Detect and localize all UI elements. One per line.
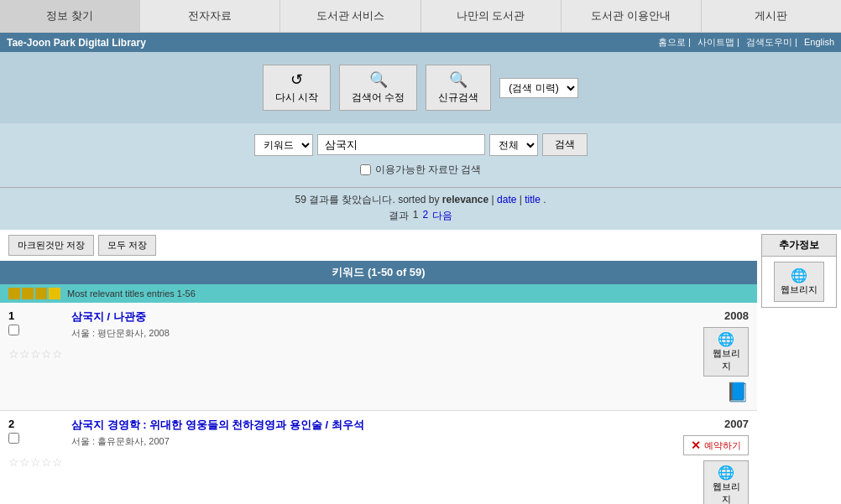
sidebar-box: 추가정보 🌐 웹브리지 xyxy=(761,234,837,308)
save-marked-button[interactable]: 마크된것만 저장 xyxy=(8,235,94,256)
available-only-checkbox[interactable] xyxy=(360,164,371,175)
nav-item-board[interactable]: 게시판 xyxy=(702,0,841,32)
header-bar: Tae-Joon Park Digital Library 홈으로 | 사이트맵… xyxy=(0,33,841,52)
result-item-2: 2 ☆☆☆☆☆ 삼국지 경영학 : 위대한 영웅들의 천하경영과 용인술 / 최… xyxy=(0,411,757,504)
sidebar-web-bridge-button[interactable]: 🌐 웹브리지 xyxy=(774,262,824,302)
book-icon-1[interactable]: 📘 xyxy=(726,382,749,403)
result-stars-2[interactable]: ☆☆☆☆☆ xyxy=(8,455,63,469)
result-item-1: 1 ☆☆☆☆☆ 삼국지 / 나관중 서울 : 평단문화사, 2008 2008 … xyxy=(0,303,757,411)
result-info-2: 서울 : 흘유문화사, 2007 xyxy=(71,435,648,448)
page-result-label: 결과 xyxy=(389,209,409,223)
web-bridge-label-2: 웹브리지 xyxy=(711,481,741,504)
new-search-icon: 🔍 xyxy=(449,70,468,89)
web-bridge-label-1: 웹브리지 xyxy=(711,347,741,372)
new-search-label: 신규검색 xyxy=(438,91,478,105)
result-year-1: 2008 xyxy=(724,309,749,322)
refine-button[interactable]: 🔍 검색어 수정 xyxy=(339,65,417,111)
refine-label: 검색어 수정 xyxy=(352,91,405,105)
rel-block-3 xyxy=(35,288,47,299)
home-link[interactable]: 홈으로 xyxy=(658,37,686,47)
save-all-button[interactable]: 모두 저장 xyxy=(98,235,156,256)
nav-item-electronic[interactable]: 전자자료 xyxy=(140,0,280,32)
relevance-blocks xyxy=(8,288,60,299)
refine-icon: 🔍 xyxy=(369,70,388,89)
reset-label: 다시 시작 xyxy=(275,91,318,105)
result-info-1: 서울 : 평단문화사, 2008 xyxy=(71,327,648,340)
scope-select[interactable]: 전체 xyxy=(489,134,538,156)
top-navigation: 정보 찾기 전자자료 도서관 서비스 나만의 도서관 도서관 이용안내 게시판 xyxy=(0,0,841,33)
search-tools-area: ↺ 다시 시작 🔍 검색어 수정 🔍 신규검색 (검색 미력) xyxy=(0,52,841,123)
section-header: 키워드 (1-50 of 59) xyxy=(0,261,757,284)
reset-icon: ↺ xyxy=(290,70,303,89)
library-title: Tae-Joon Park Digital Library xyxy=(7,37,146,49)
next-page-link[interactable]: 다음 xyxy=(432,209,452,223)
sidebar-web-label: 웹브리지 xyxy=(781,283,817,296)
relevance-text: Most relevant titles entries 1-56 xyxy=(67,288,196,299)
result-num-col-1: 1 ☆☆☆☆☆ xyxy=(8,309,67,361)
page-2-link[interactable]: 2 xyxy=(423,209,429,223)
result-number-1: 1 xyxy=(8,309,14,322)
web-bridge-icon-1: 🌐 xyxy=(718,331,734,347)
rel-block-4 xyxy=(49,288,60,299)
result-year-2: 2007 xyxy=(724,418,749,430)
search-bar-area: 키워드 전체 검색 이용가능한 자료만 검색 xyxy=(0,123,841,187)
result-num-col-2: 2 ☆☆☆☆☆ xyxy=(8,418,67,469)
rel-block-2 xyxy=(22,288,34,299)
save-buttons-area: 마크된것만 저장 모두 저장 xyxy=(0,230,757,261)
result-right-1: 2008 🌐 웹브리지 📘 xyxy=(648,309,749,403)
results-section: 키워드 (1-50 of 59) Most relevant titles en… xyxy=(0,261,757,504)
available-only-label: 이용가능한 자료만 검색 xyxy=(375,163,482,177)
web-bridge-button-1[interactable]: 🌐 웹브리지 xyxy=(703,327,749,377)
sidebar-web-icon: 🌐 xyxy=(791,268,807,283)
nav-item-my-library[interactable]: 나만의 도서관 xyxy=(421,0,562,32)
result-checkbox-2[interactable] xyxy=(8,433,19,444)
search-help-link[interactable]: 검색도우미 xyxy=(746,37,792,47)
sort-date-link[interactable]: date xyxy=(497,194,516,205)
result-main-1: 삼국지 / 나관중 서울 : 평단문화사, 2008 xyxy=(67,309,648,340)
current-page: 1 xyxy=(413,209,419,223)
result-title-2[interactable]: 삼국지 경영학 : 위대한 영웅들의 천하경영과 용인술 / 최우석 xyxy=(71,418,364,431)
reset-button[interactable]: ↺ 다시 시작 xyxy=(263,65,331,111)
new-search-button[interactable]: 🔍 신규검색 xyxy=(426,65,491,111)
result-main-2: 삼국지 경영학 : 위대한 영웅들의 천하경영과 용인술 / 최우석 서울 : … xyxy=(67,418,648,448)
sort-title-link[interactable]: title xyxy=(525,194,541,205)
relevance-bar: Most relevant titles entries 1-56 xyxy=(0,284,757,303)
reserve-button-2[interactable]: ✕ 예약하기 xyxy=(683,435,749,455)
nav-item-guide[interactable]: 도서관 이용안내 xyxy=(562,0,702,32)
result-title-1[interactable]: 삼국지 / 나관중 xyxy=(71,310,146,323)
reserve-label-2: 예약하기 xyxy=(704,439,741,452)
nav-item-services[interactable]: 도서관 서비스 xyxy=(280,0,420,32)
english-link[interactable]: English xyxy=(804,37,834,47)
web-bridge-icon-2: 🌐 xyxy=(718,465,734,481)
reserve-x-icon: ✕ xyxy=(691,439,701,452)
search-go-button[interactable]: 검색 xyxy=(542,133,588,156)
sort-relevance-label: relevance xyxy=(442,194,488,205)
web-bridge-button-2[interactable]: 🌐 웹브리지 xyxy=(703,460,749,504)
nav-item-info[interactable]: 정보 찾기 xyxy=(0,0,140,32)
sidebar-box-header: 추가정보 xyxy=(762,235,836,257)
rel-block-1 xyxy=(8,288,20,299)
keyword-type-select[interactable]: 키워드 xyxy=(254,134,313,156)
results-count-text: 59 결과를 찾았습니다. sorted by xyxy=(295,194,439,205)
search-history-select[interactable]: (검색 미력) xyxy=(499,78,578,98)
result-stars-1[interactable]: ☆☆☆☆☆ xyxy=(8,347,63,361)
header-links: 홈으로 | 사이트맵 | 검색도우미 | English xyxy=(654,36,834,49)
result-right-2: 2007 ✕ 예약하기 🌐 웹브리지 📘 xyxy=(648,418,749,504)
sidebar: 추가정보 🌐 웹브리지 xyxy=(757,230,841,504)
search-input[interactable] xyxy=(317,134,485,155)
result-number-2: 2 xyxy=(8,418,14,430)
result-checkbox-1[interactable] xyxy=(8,325,19,335)
results-summary: 59 결과를 찾았습니다. sorted by relevance | date… xyxy=(0,187,841,230)
sitemap-link[interactable]: 사이트맵 xyxy=(697,37,734,47)
